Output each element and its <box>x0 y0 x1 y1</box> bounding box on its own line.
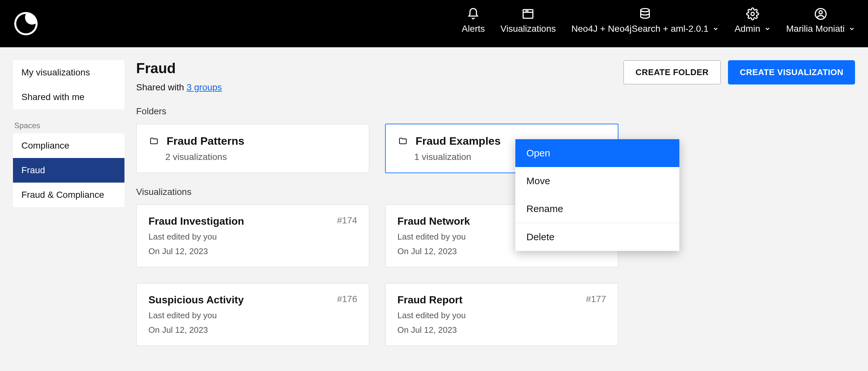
nav-items: Alerts Visualizations Neo4J + Neo4jSearc… <box>462 7 855 40</box>
folder-icon <box>149 137 159 146</box>
nav-datasource[interactable]: Neo4J + Neo4jSearch + aml-2.0.1 <box>571 7 719 40</box>
folder-card[interactable]: Fraud Patterns 2 visualizations <box>136 124 370 173</box>
menu-item-open[interactable]: Open <box>515 139 679 167</box>
visualization-edited-on: On Jul 12, 2023 <box>149 325 357 335</box>
visualization-edited-by: Last edited by you <box>149 232 357 242</box>
svg-point-4 <box>641 8 650 12</box>
sidebar-item-fraud[interactable]: Fraud <box>13 158 124 182</box>
visualization-title: Fraud Investigation <box>149 215 244 227</box>
visualization-title: Fraud Network <box>397 215 470 227</box>
visualization-edited-on: On Jul 12, 2023 <box>149 246 357 257</box>
menu-item-delete[interactable]: Delete <box>515 223 679 251</box>
chevron-down-icon <box>764 26 771 32</box>
folders-list: Fraud Patterns 2 visualizations Fraud Ex… <box>136 124 855 173</box>
folder-title: Fraud Examples <box>415 135 501 147</box>
visualization-title: Suspicious Activity <box>149 294 244 306</box>
database-icon <box>639 7 651 21</box>
menu-item-rename[interactable]: Rename <box>515 195 679 223</box>
user-icon <box>814 7 827 21</box>
sidebar-item-fraud-compliance[interactable]: Fraud & Compliance <box>13 182 124 207</box>
chevron-down-icon <box>712 26 719 32</box>
visualizations-section-title: Visualizations <box>136 187 855 197</box>
nav-user[interactable]: Marilia Moniati <box>786 7 855 40</box>
sidebar-spaces-heading: Spaces <box>13 121 124 130</box>
visualization-id: #177 <box>586 294 606 304</box>
sidebar-personal-group: My visualizations Shared with me <box>13 60 124 109</box>
sidebar-item-my-visualizations[interactable]: My visualizations <box>13 60 124 85</box>
shared-with-prefix: Shared with <box>136 82 187 92</box>
visualization-edited-by: Last edited by you <box>149 310 357 321</box>
sidebar: My visualizations Shared with me Spaces … <box>13 60 124 346</box>
create-visualization-button[interactable]: CREATE VISUALIZATION <box>728 60 855 85</box>
logo-icon <box>13 11 39 37</box>
svg-point-5 <box>751 12 754 15</box>
bell-icon <box>467 7 480 21</box>
visualization-title: Fraud Report <box>397 294 463 306</box>
top-nav: Alerts Visualizations Neo4J + Neo4jSearc… <box>0 0 868 47</box>
svg-point-7 <box>819 11 822 14</box>
visualization-card[interactable]: Suspicious Activity #176 Last edited by … <box>136 283 370 346</box>
nav-visualizations-label: Visualizations <box>500 24 556 34</box>
shared-with-text: Shared with 3 groups <box>136 82 222 93</box>
nav-admin-label: Admin <box>735 24 760 34</box>
visualizations-list: Fraud Investigation #174 Last edited by … <box>136 204 855 346</box>
nav-admin[interactable]: Admin <box>735 7 770 40</box>
folder-context-menu: Open Move Rename Delete <box>515 139 679 251</box>
create-folder-button[interactable]: CREATE FOLDER <box>623 60 721 85</box>
folder-subtitle: 2 visualizations <box>149 152 357 162</box>
app-logo <box>13 11 39 37</box>
visualization-id: #176 <box>337 294 357 304</box>
visualization-id: #174 <box>337 215 357 226</box>
visualization-card[interactable]: Fraud Report #177 Last edited by you On … <box>385 283 618 346</box>
nav-datasource-label: Neo4J + Neo4jSearch + aml-2.0.1 <box>571 24 709 34</box>
sidebar-spaces-group: Compliance Fraud Fraud & Compliance <box>13 133 124 207</box>
menu-item-move[interactable]: Move <box>515 167 679 195</box>
page-title: Fraud <box>136 60 222 76</box>
shared-with-link[interactable]: 3 groups <box>187 82 222 92</box>
gear-icon <box>746 7 759 21</box>
folder-icon <box>397 137 408 146</box>
visualization-card[interactable]: Fraud Investigation #174 Last edited by … <box>136 204 370 267</box>
nav-alerts-label: Alerts <box>462 24 485 34</box>
page-header: Fraud Shared with 3 groups CREATE FOLDER… <box>136 60 855 93</box>
main-content: Fraud Shared with 3 groups CREATE FOLDER… <box>136 60 855 346</box>
folder-title: Fraud Patterns <box>166 135 244 147</box>
chevron-down-icon <box>848 26 855 32</box>
folders-section-title: Folders <box>136 106 855 116</box>
sidebar-item-shared-with-me[interactable]: Shared with me <box>13 85 124 109</box>
panel-icon <box>522 7 534 21</box>
visualization-edited-on: On Jul 12, 2023 <box>397 325 606 335</box>
sidebar-item-compliance[interactable]: Compliance <box>13 133 124 158</box>
nav-visualizations[interactable]: Visualizations <box>500 7 556 40</box>
nav-alerts[interactable]: Alerts <box>462 7 485 40</box>
nav-user-label: Marilia Moniati <box>786 24 845 34</box>
visualization-edited-by: Last edited by you <box>397 310 606 321</box>
